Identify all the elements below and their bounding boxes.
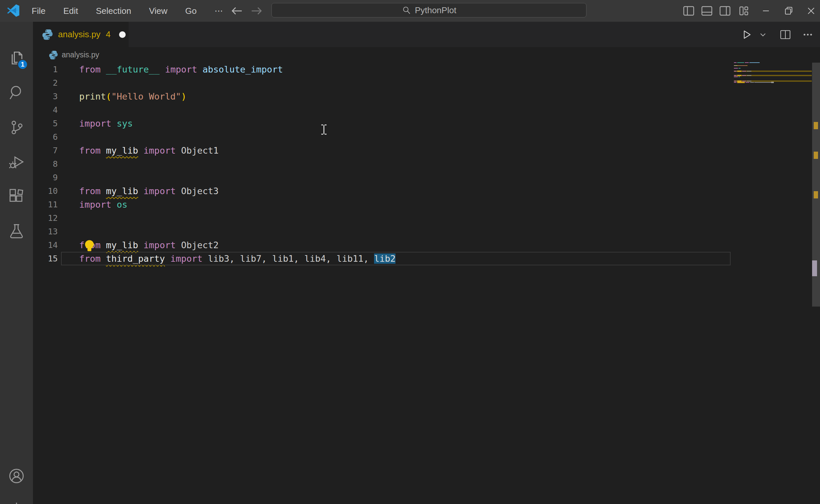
testing-beaker-icon [8, 222, 25, 240]
minimap-line [747, 71, 751, 72]
layout-grid-icon [739, 6, 749, 16]
line-number: 13 [33, 225, 58, 238]
source-control-icon [8, 119, 25, 136]
line-number: 14 [33, 238, 58, 252]
code-line[interactable]: 2 [33, 76, 820, 90]
sidebar-item-settings[interactable] [0, 495, 33, 504]
line-number: 7 [33, 144, 58, 157]
extensions-icon [8, 188, 25, 205]
ruler-warning-mark [814, 152, 818, 159]
tab-filename: analysis.py [58, 29, 101, 40]
run-dropdown-button[interactable] [756, 28, 770, 42]
minimap-line [739, 76, 740, 77]
sidebar-item-explorer[interactable]: 1 [0, 43, 33, 73]
code-line[interactable]: 13 [33, 225, 820, 238]
nav-forward-button[interactable] [249, 3, 264, 18]
menu-selection[interactable]: Selection [93, 4, 134, 18]
ruler-warning-mark [814, 191, 818, 198]
lightbulb-quickfix[interactable] [83, 240, 95, 252]
line-number: 4 [33, 103, 58, 117]
run-debug-icon [8, 153, 25, 170]
sidebar-item-run-debug[interactable] [0, 147, 33, 177]
code-line[interactable]: 5import sys [33, 117, 820, 130]
minimap-line [771, 82, 774, 83]
layout-panel-icon [701, 6, 713, 16]
tab-analysis-py[interactable]: analysis.py 4 [33, 22, 129, 47]
more-actions-icon [803, 29, 813, 40]
minimap-line [737, 75, 741, 76]
minimap-line [737, 82, 745, 83]
minimap-line [734, 62, 737, 63]
search-icon [402, 6, 411, 15]
menu-edit[interactable]: Edit [61, 4, 81, 18]
title-bar: File Edit Selection View Go ⋯ PythonPlot [0, 0, 820, 22]
code-line[interactable]: 9 [33, 171, 820, 184]
line-number: 8 [33, 157, 58, 171]
code-line[interactable]: 6 [33, 130, 820, 144]
menu-file[interactable]: File [29, 4, 48, 18]
code-line[interactable]: 12 [33, 211, 820, 225]
tab-modified-dot[interactable] [119, 31, 126, 38]
minimap-line [745, 82, 749, 83]
minimap-line [739, 68, 741, 69]
scrollbar[interactable] [812, 0, 820, 504]
line-number: 12 [33, 211, 58, 225]
minimap-line [734, 75, 737, 76]
arrow-left-icon [230, 4, 243, 17]
breadcrumb[interactable]: analysis.py [33, 47, 820, 63]
line-number: 5 [33, 117, 58, 130]
code-line[interactable]: 15from third_party import lib3, lib7, li… [33, 252, 820, 265]
explorer-badge: 1 [17, 59, 28, 70]
run-button[interactable] [740, 28, 753, 42]
sidebar-item-testing[interactable] [0, 216, 33, 246]
code-line[interactable]: 1from __future__ import absolute_import [33, 63, 820, 76]
code-line[interactable]: 8 [33, 157, 820, 171]
minimap-line [750, 82, 753, 83]
menu-go[interactable]: Go [183, 4, 199, 18]
minimap-line [738, 65, 747, 66]
menu-view[interactable]: View [146, 4, 170, 18]
search-icon [8, 84, 25, 101]
split-editor-button[interactable] [778, 28, 792, 42]
code-line[interactable]: 7from my_lib import Object1 [33, 144, 820, 157]
arrow-right-icon [250, 4, 263, 17]
sidebar-item-source-control[interactable] [0, 112, 33, 142]
minimap-line [754, 82, 757, 83]
command-center-label: PythonPlot [415, 5, 457, 15]
code-line[interactable]: 11import os [33, 198, 820, 211]
settings-gear-icon [8, 501, 25, 504]
command-center-search[interactable]: PythonPlot [271, 3, 587, 17]
minimap-line [737, 71, 741, 72]
line-number: 10 [33, 184, 58, 198]
sidebar-item-search[interactable] [0, 78, 33, 107]
toggle-sidebar-button[interactable] [681, 3, 697, 19]
toggle-panel-button[interactable] [699, 3, 715, 19]
code-line[interactable]: 4 [33, 103, 820, 117]
minimap-line [734, 71, 737, 72]
nav-back-button[interactable] [229, 3, 244, 18]
sidebar-item-extensions[interactable] [0, 182, 33, 211]
code-line[interactable]: 10from my_lib import Object3 [33, 184, 820, 198]
customize-layout-button[interactable] [736, 3, 752, 19]
minimap-line [742, 81, 746, 81]
minimap-line [742, 71, 746, 72]
minimap-line [758, 82, 761, 83]
code-line[interactable]: 3print("Hello World") [33, 90, 820, 103]
lightbulb-icon [83, 240, 95, 252]
run-icon [741, 29, 752, 41]
sidebar-item-account[interactable] [0, 461, 33, 491]
account-icon [8, 467, 25, 485]
restore-button[interactable] [780, 3, 797, 19]
minimap[interactable] [734, 62, 812, 102]
ruler-warning-mark [814, 122, 818, 129]
minimize-button[interactable] [758, 3, 774, 19]
code-line[interactable]: 14from my_lib import Object2 [33, 238, 820, 252]
menu-more[interactable]: ⋯ [212, 4, 226, 18]
minimap-line [745, 62, 749, 63]
minimap-line [747, 75, 751, 76]
code-area[interactable]: 1from __future__ import absolute_import2… [33, 63, 820, 265]
toggle-secondary-sidebar-button[interactable] [717, 3, 733, 19]
minimap-line [766, 82, 770, 83]
minimap-line [734, 81, 737, 81]
chevron-down-icon [759, 31, 767, 39]
